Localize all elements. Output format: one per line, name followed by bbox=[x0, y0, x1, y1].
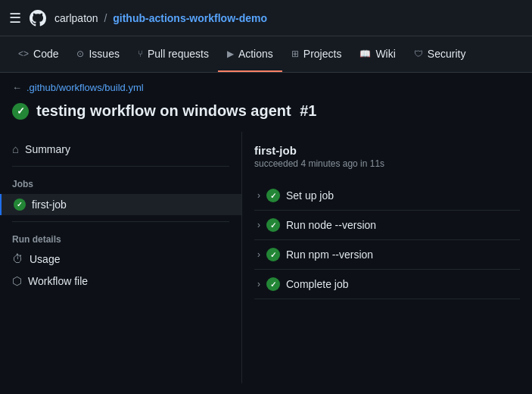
job-header: first-job succeeded 4 minutes ago in 11s bbox=[254, 144, 520, 169]
workflow-status-icon bbox=[12, 103, 29, 120]
step-check-setup bbox=[266, 189, 280, 202]
tab-projects-label: Projects bbox=[303, 48, 342, 60]
workflow-title-bar: testing workflow on windows agent #1 bbox=[0, 99, 532, 132]
job-panel-name: first-job bbox=[254, 144, 520, 157]
reponame[interactable]: github-actions-workflow-demo bbox=[113, 12, 267, 24]
usage-label: Usage bbox=[30, 253, 60, 265]
main-layout: ⌂ Summary Jobs first-job Run details ⏱ U… bbox=[0, 132, 532, 383]
code-icon: <> bbox=[18, 48, 29, 59]
username[interactable]: carlpaton bbox=[54, 12, 98, 24]
sidebar-divider-1 bbox=[12, 166, 229, 167]
sidebar: ⌂ Summary Jobs first-job Run details ⏱ U… bbox=[0, 132, 242, 383]
issues-icon: ⊙ bbox=[76, 48, 84, 59]
topbar: ☰ carlpaton / github-actions-workflow-de… bbox=[0, 0, 532, 36]
tab-pull-requests[interactable]: ⑂ Pull requests bbox=[129, 36, 218, 72]
tab-wiki[interactable]: 📖 Wiki bbox=[350, 36, 404, 72]
security-icon: 🛡 bbox=[414, 48, 423, 59]
workflow-file-icon: ⬡ bbox=[12, 274, 22, 288]
summary-icon: ⌂ bbox=[12, 142, 19, 155]
sidebar-job-first-job[interactable]: first-job bbox=[0, 194, 241, 215]
tab-wiki-label: Wiki bbox=[375, 48, 395, 60]
tab-pull-requests-label: Pull requests bbox=[148, 48, 209, 60]
sidebar-item-workflow-file[interactable]: ⬡ Workflow file bbox=[0, 270, 241, 292]
workflow-title: testing workflow on windows agent #1 bbox=[36, 102, 316, 120]
breadcrumb-arrow: ← bbox=[12, 82, 22, 93]
nav-tabs: <> Code ⊙ Issues ⑂ Pull requests ▶ Actio… bbox=[0, 36, 532, 73]
breadcrumb: ← .github/workflows/build.yml bbox=[0, 73, 532, 99]
tab-security-label: Security bbox=[428, 48, 466, 60]
steps-list: › Set up job › Run node --version › Run … bbox=[254, 181, 520, 299]
tab-actions-label: Actions bbox=[238, 48, 273, 60]
tab-code[interactable]: <> Code bbox=[9, 36, 67, 72]
pull-requests-icon: ⑂ bbox=[138, 48, 143, 59]
projects-icon: ⊞ bbox=[291, 48, 299, 59]
job-name-label: first-job bbox=[32, 199, 67, 211]
chevron-icon-npm: › bbox=[257, 249, 260, 260]
tab-issues-label: Issues bbox=[89, 48, 119, 60]
workflow-file-label: Workflow file bbox=[28, 275, 88, 287]
sidebar-summary-label: Summary bbox=[25, 143, 70, 155]
wiki-icon: 📖 bbox=[359, 48, 371, 59]
step-label-node: Run node --version bbox=[286, 219, 376, 231]
tab-security[interactable]: 🛡 Security bbox=[405, 36, 475, 72]
step-check-complete bbox=[266, 277, 280, 291]
jobs-group-label: Jobs bbox=[0, 173, 241, 192]
hamburger-icon[interactable]: ☰ bbox=[9, 10, 21, 27]
tab-code-label: Code bbox=[33, 48, 58, 60]
chevron-icon-complete: › bbox=[257, 279, 260, 289]
step-row-node[interactable]: › Run node --version bbox=[254, 211, 520, 240]
run-details-label: Run details bbox=[0, 228, 241, 248]
breadcrumb-link[interactable]: .github/workflows/build.yml bbox=[26, 82, 144, 93]
step-label-complete: Complete job bbox=[286, 278, 349, 290]
usage-icon: ⏱ bbox=[12, 252, 23, 265]
chevron-icon-setup: › bbox=[257, 190, 260, 201]
github-logo[interactable] bbox=[27, 8, 48, 29]
sidebar-item-summary[interactable]: ⌂ Summary bbox=[0, 138, 241, 160]
sidebar-divider-2 bbox=[12, 221, 229, 222]
right-panel: first-job succeeded 4 minutes ago in 11s… bbox=[242, 132, 532, 383]
tab-projects[interactable]: ⊞ Projects bbox=[282, 36, 351, 72]
chevron-icon-node: › bbox=[257, 220, 260, 230]
step-check-node bbox=[266, 218, 280, 232]
step-label-npm: Run npm --version bbox=[286, 249, 373, 261]
sidebar-item-usage[interactable]: ⏱ Usage bbox=[0, 248, 241, 270]
step-label-setup: Set up job bbox=[286, 189, 334, 202]
job-panel-meta: succeeded 4 minutes ago in 11s bbox=[254, 158, 520, 169]
step-check-npm bbox=[266, 248, 280, 261]
tab-issues[interactable]: ⊙ Issues bbox=[67, 36, 128, 72]
actions-icon: ▶ bbox=[227, 48, 234, 59]
job-status-icon bbox=[14, 199, 26, 211]
step-row-setup[interactable]: › Set up job bbox=[254, 181, 520, 211]
tab-actions[interactable]: ▶ Actions bbox=[218, 36, 282, 72]
step-row-complete[interactable]: › Complete job bbox=[254, 270, 520, 299]
repo-path: carlpaton / github-actions-workflow-demo bbox=[54, 12, 267, 24]
step-row-npm[interactable]: › Run npm --version bbox=[254, 240, 520, 270]
